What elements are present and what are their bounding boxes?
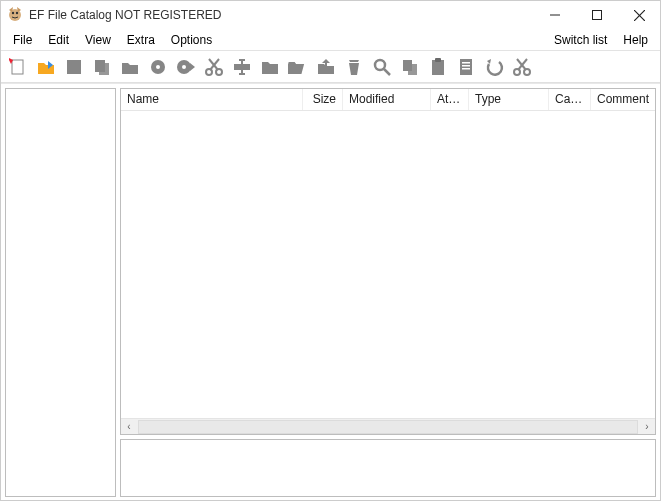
- svg-point-14: [182, 65, 186, 69]
- toolbar-paste[interactable]: [425, 54, 451, 80]
- toolbar-up-folder[interactable]: [313, 54, 339, 80]
- open-folder-icon: [36, 57, 56, 77]
- folder-left-icon: [288, 57, 308, 77]
- scroll-left-button[interactable]: ‹: [121, 419, 137, 435]
- col-attributes[interactable]: Attri...: [431, 89, 469, 110]
- disc-icon: [148, 57, 168, 77]
- right-area: Name Size Modified Attri... Type Cate...…: [120, 88, 656, 497]
- toolbar-disc[interactable]: [145, 54, 171, 80]
- duplicate-icon: [400, 57, 420, 77]
- toolbar-delete[interactable]: [341, 54, 367, 80]
- toolbar-rename[interactable]: [229, 54, 255, 80]
- toolbar-copy-item[interactable]: [397, 54, 423, 80]
- toolbar-back-folder[interactable]: [285, 54, 311, 80]
- toolbar-search[interactable]: [369, 54, 395, 80]
- cut-icon: [512, 57, 532, 77]
- svg-rect-27: [432, 60, 444, 75]
- folder-icon: [260, 57, 280, 77]
- svg-point-2: [16, 12, 18, 14]
- svg-line-6: [634, 10, 645, 21]
- copy-icon: [92, 57, 112, 77]
- svg-point-23: [375, 60, 385, 70]
- scroll-right-button[interactable]: ›: [639, 419, 655, 435]
- scroll-track[interactable]: [138, 420, 638, 434]
- menu-options[interactable]: Options: [163, 31, 220, 49]
- col-type[interactable]: Type: [469, 89, 549, 110]
- svg-rect-31: [462, 65, 470, 67]
- folder-plus-icon: [120, 57, 140, 77]
- menu-extra[interactable]: Extra: [119, 31, 163, 49]
- clipboard-icon: [428, 57, 448, 77]
- toolbar-open-catalog[interactable]: [33, 54, 59, 80]
- list-pane: Name Size Modified Attri... Type Cate...…: [120, 88, 656, 435]
- svg-line-5: [634, 10, 645, 21]
- menu-help[interactable]: Help: [615, 31, 656, 49]
- col-name[interactable]: Name: [121, 89, 303, 110]
- text-cursor-icon: [232, 57, 252, 77]
- app-icon: [7, 7, 23, 23]
- tree-pane[interactable]: [5, 88, 116, 497]
- toolbar-copy[interactable]: [89, 54, 115, 80]
- svg-rect-10: [99, 63, 109, 75]
- toolbar-new-catalog[interactable]: [5, 54, 31, 80]
- svg-point-1: [12, 12, 14, 14]
- toolbar-new-folder[interactable]: [117, 54, 143, 80]
- toolbar-rescan[interactable]: [173, 54, 199, 80]
- toolbar-scissors[interactable]: [509, 54, 535, 80]
- svg-point-12: [156, 65, 160, 69]
- list-body[interactable]: [121, 111, 655, 418]
- svg-rect-4: [593, 11, 602, 20]
- window-controls: [534, 1, 660, 29]
- column-headers: Name Size Modified Attri... Type Cate...…: [121, 89, 655, 111]
- menu-bar: File Edit View Extra Options Switch list…: [1, 29, 660, 51]
- folder-up-icon: [316, 57, 336, 77]
- menu-edit[interactable]: Edit: [40, 31, 77, 49]
- scissors-icon: [204, 57, 224, 77]
- svg-rect-26: [408, 64, 417, 75]
- col-category[interactable]: Cate...: [549, 89, 591, 110]
- toolbar-undo[interactable]: [481, 54, 507, 80]
- toolbar-cut[interactable]: [201, 54, 227, 80]
- svg-rect-28: [435, 58, 441, 62]
- svg-line-24: [384, 69, 390, 75]
- svg-rect-8: [67, 60, 81, 74]
- content-area: Name Size Modified Attri... Type Cate...…: [1, 83, 660, 501]
- new-document-icon: [8, 57, 28, 77]
- undo-icon: [484, 57, 504, 77]
- search-icon: [372, 57, 392, 77]
- svg-rect-32: [462, 68, 470, 70]
- svg-rect-30: [462, 62, 470, 64]
- close-button[interactable]: [618, 1, 660, 29]
- toolbar: [1, 51, 660, 83]
- title-bar: EF File Catalog NOT REGISTERED: [1, 1, 660, 29]
- col-comment[interactable]: Comment: [591, 89, 655, 110]
- window-title: EF File Catalog NOT REGISTERED: [29, 8, 222, 22]
- menu-switch-list[interactable]: Switch list: [546, 31, 615, 49]
- maximize-button[interactable]: [576, 1, 618, 29]
- svg-rect-29: [460, 59, 472, 75]
- trash-icon: [344, 57, 364, 77]
- col-modified[interactable]: Modified: [343, 89, 431, 110]
- toolbar-stop[interactable]: [61, 54, 87, 80]
- horizontal-scrollbar[interactable]: ‹ ›: [121, 418, 655, 434]
- document-icon: [456, 57, 476, 77]
- stop-icon: [64, 57, 84, 77]
- info-pane: [120, 439, 656, 497]
- menu-file[interactable]: File: [5, 31, 40, 49]
- col-size[interactable]: Size: [303, 89, 343, 110]
- toolbar-properties[interactable]: [453, 54, 479, 80]
- disc-forward-icon: [176, 57, 196, 77]
- minimize-button[interactable]: [534, 1, 576, 29]
- toolbar-folder[interactable]: [257, 54, 283, 80]
- menu-view[interactable]: View: [77, 31, 119, 49]
- svg-rect-7: [12, 60, 23, 74]
